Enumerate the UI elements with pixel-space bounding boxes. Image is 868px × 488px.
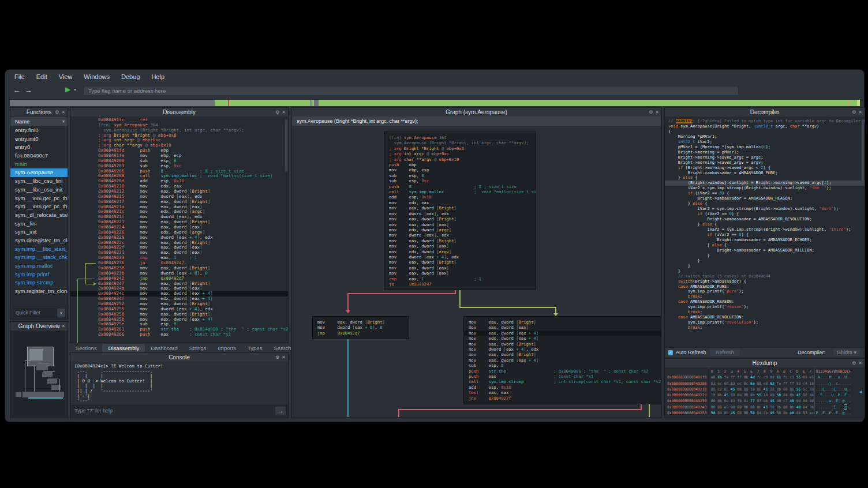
gear-icon[interactable]: ⚙	[55, 110, 59, 115]
gear-icon[interactable]: ⚙	[275, 110, 279, 115]
decompiled-line[interactable]: case AMBASSADOR_PURE:	[668, 284, 865, 290]
decompiled-line[interactable]: Bright->ambassador = AMBASSADOR_PURE;	[668, 171, 865, 176]
decompiled-line[interactable]: Bright->ambassador = AMBASSADOR_MILLION;	[668, 248, 865, 253]
decompiled-line[interactable]: break;	[668, 325, 865, 331]
hexdump-row[interactable]: 0x0000000008049200 83 ec 08 83 ec 0c 6a …	[667, 381, 865, 386]
decompiled-line[interactable]: }	[668, 264, 865, 269]
decompiled-line[interactable]: break;	[668, 294, 865, 299]
close-icon[interactable]: ✕	[858, 361, 862, 366]
hexdump-row[interactable]: 0x00000000080491f0 e8 6b fe ff ff 8b 4d …	[667, 374, 865, 380]
decompiled-line[interactable]: Bright->ambassador = AMBASSADOR_REVOLUTI…	[668, 217, 865, 222]
asm-line[interactable]: test eax, eax	[469, 390, 658, 395]
decompiled-line[interactable]: void sym.Aeropause(Bright *Bright, uint3…	[668, 124, 865, 129]
decompiled-line[interactable]: // switch table (5 cases) at 0x804a044	[668, 274, 865, 279]
asm-line[interactable]: mov edx, dword [argc]	[389, 227, 531, 232]
close-icon[interactable]: ✕	[282, 110, 286, 115]
decompiled-line[interactable]: }	[668, 253, 865, 258]
asm-line[interactable]: jmp 0x80492d7	[317, 331, 404, 336]
graph-node-false-branch[interactable]: mov eax, dword [Bright]mov dword [eax + …	[312, 316, 409, 339]
asm-line[interactable]: push eax ; const char *s1	[469, 374, 658, 379]
decompiled-line[interactable]: if (iVar2 == 0) {	[668, 212, 865, 217]
gear-icon[interactable]: ⚙	[275, 355, 279, 360]
disassembly-view[interactable]: 0x080491fc ret(fcn) sym.Aeropause 364 sy…	[70, 117, 288, 343]
asm-line[interactable]: mov eax, dword [eax + 4]	[469, 358, 658, 363]
menu-item[interactable]: View	[53, 72, 78, 82]
asm-line[interactable]: sub esp, 8	[389, 173, 531, 178]
hexdump-row[interactable]: 0x0000000008049230 00 8b 00 83 f8 01 77 …	[667, 398, 865, 404]
address-input[interactable]: Type flag name or address here	[83, 86, 739, 96]
menu-item[interactable]: File	[9, 72, 31, 82]
asm-line[interactable]: push ebp	[389, 162, 531, 167]
asm-line[interactable]: sub esp, 0xc	[389, 178, 531, 183]
asm-line[interactable]: cmp eax, 1 ; 1	[389, 276, 531, 281]
function-list-item[interactable]: sym.deregister_tm_clones	[10, 237, 68, 245]
decompiled-line[interactable]: switch(Bright->ambassador) {	[668, 279, 865, 284]
decompiled-line[interactable]: Bright->morning->saved_argv = argv;	[668, 160, 865, 166]
decompiled-line[interactable]: pMVar1 = (Morning *)sym.imp.malloc(8);	[668, 145, 865, 150]
asm-line[interactable]: mov dword [eax], edx	[389, 211, 531, 216]
function-list-item[interactable]: sym.Aeropause	[10, 168, 68, 177]
close-icon[interactable]: ✕	[858, 110, 862, 115]
function-list-item[interactable]: sym.imp.malloc	[10, 262, 68, 271]
send-command-icon[interactable]: →	[275, 407, 286, 415]
hexdump-view[interactable]: 0 1 2 3 4 5 6 7 8 9 A B C D E F 01234567…	[665, 367, 865, 418]
asm-line[interactable]: mov eax, dword [Bright]	[389, 216, 531, 222]
decompiled-line[interactable]: if (iVar2 == 0) {	[668, 191, 865, 196]
asm-line[interactable]: call sym.imp.strcmp ; int strcmp(const c…	[469, 379, 658, 384]
decompiled-line[interactable]: // WARNING: [r2ghidra] Failed to match t…	[668, 119, 865, 124]
decompiled-line[interactable]: } else {	[668, 222, 865, 227]
asm-line[interactable]: ja 0x8049247	[389, 281, 531, 287]
asm-line[interactable]: call sym.imp.malloc ; void *malloc(size_…	[389, 189, 531, 194]
graph-node-true-branch[interactable]: mov eax, dword [Bright]mov eax, dword [e…	[463, 316, 661, 404]
continue-icon[interactable]: ▶	[65, 85, 70, 93]
asm-line[interactable]: sub esp, 8	[469, 363, 658, 368]
disassembly-scrollbar[interactable]	[285, 119, 287, 171]
decompiled-line[interactable]: } else {	[668, 175, 865, 181]
asm-line[interactable]: mov edx, dword [argv]	[389, 249, 531, 254]
auto-refresh-checkbox[interactable]: ✓	[668, 350, 673, 355]
function-list-item[interactable]: sym.imp.__stack_chk_fail	[10, 253, 68, 262]
graph-node-entry[interactable]: (fcn) sym.Aeropause 364 sym.Aeropause (B…	[384, 132, 536, 290]
decompiled-line[interactable]: if (Bright->morning->saved_argc < 2) {	[668, 166, 865, 171]
view-tab[interactable]: Types	[242, 344, 268, 352]
asm-line[interactable]: 0x08049266 push eax ; const char *s1	[98, 332, 288, 337]
asm-line[interactable]: jne 0x804927f	[469, 396, 658, 401]
quick-filter-input[interactable]: Quick Filter	[13, 309, 59, 317]
menu-item[interactable]: Edit	[31, 72, 53, 82]
asm-line[interactable]: mov eax, dword [Bright]	[389, 238, 531, 243]
asm-line[interactable]: mov eax, dword [Bright]	[469, 320, 658, 325]
decompiled-line[interactable]: Bright->ambassador = AMBASSADOR_REASON;	[668, 196, 865, 201]
function-list-item[interactable]: sym.__libc_csu_fini	[10, 177, 68, 186]
decompiled-line[interactable]: iVar2 = sym.imp.strcmp((Bright->window).…	[668, 227, 865, 232]
asm-line[interactable]: mov eax, dword [eax]	[469, 325, 658, 330]
asm-line[interactable]: ; arg int argc @ ebp+0xc	[389, 151, 531, 156]
console-input[interactable]: Type "?" for help →	[71, 405, 287, 417]
function-list-item[interactable]: fcn.080490c7	[10, 152, 68, 160]
decompiled-line[interactable]: Morning *pMVar1;	[668, 134, 865, 140]
function-list-item[interactable]: sym.imp.__libc_start_main	[10, 245, 68, 254]
decompiled-line[interactable]: iVar2 = sym.imp.strcmp((Bright->window).…	[668, 207, 865, 212]
asm-line[interactable]: (fcn) sym.Aeropause 364	[389, 135, 531, 140]
decompiled-line[interactable]: break;	[668, 310, 865, 315]
decompiled-line[interactable]: Bright->ambassador = AMBASSADOR_ECHOES;	[668, 238, 865, 243]
decompiled-line[interactable]: (Bright->window).sunlight = Bright->morn…	[665, 181, 865, 186]
asm-line[interactable]: mov eax, dword [eax]	[389, 271, 531, 276]
decompiled-line[interactable]: }	[668, 258, 865, 264]
hexdump-row[interactable]: 0x0000000008049250 50 04 8b 45 08 89 50 …	[667, 410, 865, 416]
decompiled-line[interactable]: Bright->morning->saved_argc = argc;	[668, 155, 865, 160]
function-list-item[interactable]: sym.imp.strcmp	[10, 279, 68, 287]
asm-line[interactable]: ; arg Bright *Bright @ ebp+0x8	[389, 146, 531, 151]
function-list-item[interactable]: sym.__x86.get_pc_thunk.bx	[10, 202, 68, 211]
function-list-item[interactable]: main	[10, 160, 68, 169]
hexdump-row[interactable]: 0x0000000008049240 00 00 e9 90 00 00 00 …	[667, 404, 865, 410]
view-tab[interactable]: Strings	[184, 344, 212, 352]
close-icon[interactable]: ✕	[61, 324, 65, 329]
gear-icon[interactable]: ⚙	[55, 324, 59, 329]
close-icon[interactable]: ✕	[282, 355, 286, 360]
asm-line[interactable]: mov eax, dword [Bright]	[469, 341, 658, 347]
graph-canvas[interactable]: (fcn) sym.Aeropause 364 sym.Aeropause (B…	[292, 126, 661, 417]
asm-line[interactable]: mov eax, dword [eax]	[389, 265, 531, 271]
asm-line[interactable]: mov edx, dword [eax + 4]	[469, 336, 658, 341]
seek-bar[interactable]	[10, 100, 860, 106]
asm-line[interactable]: mov eax, dword [eax + 4]	[464, 331, 661, 336]
